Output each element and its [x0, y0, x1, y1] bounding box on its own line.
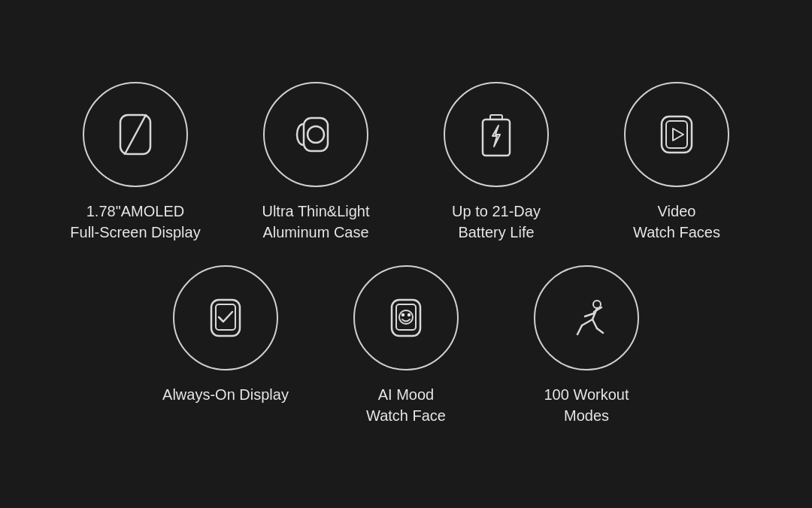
workout-icon-circle: [534, 265, 639, 370]
svg-point-15: [408, 314, 410, 316]
feature-ai-mood: AI MoodWatch Face: [316, 265, 496, 426]
svg-line-20: [582, 319, 592, 325]
svg-point-16: [593, 301, 601, 308]
svg-line-22: [592, 319, 597, 328]
battery-icon-circle: [444, 82, 549, 187]
features-row-1: 1.78"AMOLEDFull-Screen Display Ultra Thi…: [45, 82, 767, 243]
always-on-label: Always-On Display: [162, 384, 289, 405]
feature-always-on: Always-On Display: [135, 265, 316, 426]
svg-rect-5: [490, 115, 502, 119]
battery-label: Up to 21-DayBattery Life: [452, 201, 541, 243]
always-on-icon-circle: [173, 265, 278, 370]
aluminum-icon-circle: [263, 82, 368, 187]
svg-point-3: [308, 126, 324, 143]
svg-line-1: [125, 115, 146, 154]
svg-line-18: [585, 313, 594, 316]
svg-point-14: [402, 314, 404, 316]
ai-mood-icon-circle: [353, 265, 459, 370]
feature-amoled: 1.78"AMOLEDFull-Screen Display: [45, 82, 226, 243]
svg-line-21: [577, 325, 582, 334]
svg-marker-8: [673, 129, 683, 141]
feature-video: VideoWatch Faces: [586, 82, 767, 243]
features-row-2: Always-On Display AI MoodWatch Face: [45, 265, 767, 426]
workout-label: 100 WorkoutModes: [544, 384, 629, 426]
feature-aluminum: Ultra Thin&LightAluminum Case: [226, 82, 406, 243]
feature-battery: Up to 21-DayBattery Life: [406, 82, 586, 243]
aluminum-label: Ultra Thin&LightAluminum Case: [262, 201, 369, 243]
video-label: VideoWatch Faces: [633, 201, 720, 243]
features-grid: 1.78"AMOLEDFull-Screen Display Ultra Thi…: [0, 59, 812, 449]
video-icon-circle: [624, 82, 729, 187]
feature-workout: 100 WorkoutModes: [496, 265, 677, 426]
svg-line-23: [597, 328, 603, 333]
amoled-icon-circle: [83, 82, 188, 187]
amoled-label: 1.78"AMOLEDFull-Screen Display: [70, 201, 200, 243]
ai-mood-label: AI MoodWatch Face: [366, 384, 446, 426]
